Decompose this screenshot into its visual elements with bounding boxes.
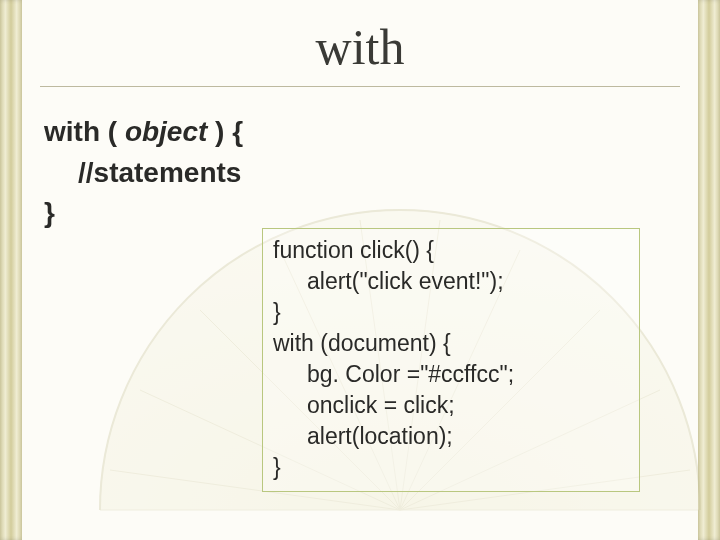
code-line: bg. Color ="#ccffcc"; — [273, 359, 629, 390]
slide: with with ( object ) { //statements } fu… — [0, 0, 720, 540]
syntax-line-1: with ( object ) { — [44, 112, 243, 153]
right-border-strip — [698, 0, 720, 540]
left-border-strip — [0, 0, 22, 540]
code-line: } — [273, 452, 629, 483]
code-line: onclick = click; — [273, 390, 629, 421]
code-line: alert(location); — [273, 421, 629, 452]
syntax-block: with ( object ) { //statements } — [44, 112, 243, 234]
code-line: with (document) { — [273, 328, 629, 359]
syntax-object: object — [125, 116, 207, 147]
title-divider — [40, 86, 680, 87]
syntax-brace-open: ) { — [207, 116, 243, 147]
syntax-line-2: //statements — [44, 153, 243, 194]
code-example-box: function click() { alert("click event!")… — [262, 228, 640, 492]
code-line: function click() { — [273, 235, 629, 266]
slide-title: with — [0, 18, 720, 76]
syntax-kw-with: with ( — [44, 116, 125, 147]
code-line: alert("click event!"); — [273, 266, 629, 297]
syntax-line-3: } — [44, 193, 243, 234]
code-line: } — [273, 297, 629, 328]
